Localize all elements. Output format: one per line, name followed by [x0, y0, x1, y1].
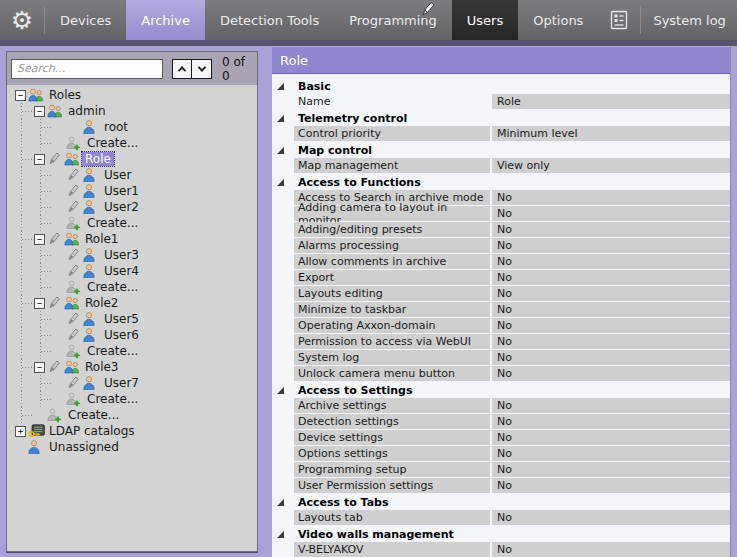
gutter	[272, 446, 294, 462]
property-value[interactable]: No	[492, 510, 730, 525]
tree-connector-line	[22, 303, 33, 304]
property-value[interactable]: No	[492, 542, 730, 557]
settings-gear-button[interactable]: ⚙	[0, 0, 44, 40]
collapse-triangle-icon[interactable]	[277, 147, 284, 154]
gutter	[272, 142, 294, 158]
tree-expander-slot: −	[34, 234, 47, 245]
tree-item-user7[interactable]: User7	[7, 375, 257, 391]
tree-collapse-icon[interactable]: −	[34, 234, 45, 245]
tab-archive[interactable]: Archive	[126, 0, 205, 40]
property-value[interactable]: Role	[492, 94, 730, 109]
property-value[interactable]: No	[492, 190, 730, 205]
collapse-triangle-icon[interactable]	[277, 179, 284, 186]
tree-collapse-icon[interactable]: −	[15, 90, 26, 101]
tree-item-unassigned[interactable]: Unassigned	[7, 439, 257, 455]
property-value[interactable]: No	[492, 238, 730, 253]
tree-item-create[interactable]: Create...	[7, 215, 257, 231]
tab-users[interactable]: Users	[452, 0, 518, 40]
property-value[interactable]: No	[492, 286, 730, 301]
tree-collapse-icon[interactable]: −	[34, 106, 45, 117]
ldap-icon	[28, 424, 46, 438]
tree-item-user4[interactable]: User4	[7, 263, 257, 279]
property-value[interactable]: No	[492, 318, 730, 333]
role-tree: −Roles−adminrootCreate...−RoleUserUser1U…	[7, 85, 257, 552]
section-header-access-to-tabs[interactable]: Access to Tabs	[272, 494, 730, 510]
property-value[interactable]: No	[492, 398, 730, 413]
tree-item-create[interactable]: Create...	[7, 343, 257, 359]
tab-options[interactable]: Options	[518, 0, 598, 40]
search-prev-button[interactable]	[172, 59, 192, 79]
tree-item-user[interactable]: User	[7, 167, 257, 183]
tree-guide-line	[21, 311, 22, 327]
tree-item-role2[interactable]: −Role2	[7, 295, 257, 311]
gutter	[272, 494, 294, 510]
tree-expand-icon[interactable]: +	[15, 426, 26, 437]
section-header-access-to-settings[interactable]: Access to Settings	[272, 382, 730, 398]
property-row-unlock-camera-menu-button: Unlock camera menu buttonNo	[272, 366, 730, 382]
tree-item-role3[interactable]: −Role3	[7, 359, 257, 375]
tree-item-role[interactable]: −Role	[7, 151, 257, 167]
property-value[interactable]: No	[492, 206, 730, 221]
tree-item-user6[interactable]: User6	[7, 327, 257, 343]
tab-detection-tools[interactable]: Detection Tools	[205, 0, 334, 40]
property-label: Device settings	[294, 430, 490, 445]
tree-item-roles[interactable]: −Roles	[7, 87, 257, 103]
collapse-triangle-icon[interactable]	[277, 499, 284, 506]
collapse-triangle-icon[interactable]	[277, 387, 284, 394]
collapse-triangle-icon[interactable]	[277, 83, 284, 90]
property-label: System log	[294, 350, 490, 365]
property-value[interactable]: No	[492, 446, 730, 461]
section-header-map-control[interactable]: Map control	[272, 142, 730, 158]
property-value[interactable]: No	[492, 334, 730, 349]
tree-item-user5[interactable]: User5	[7, 311, 257, 327]
property-value[interactable]: View only	[492, 158, 730, 173]
tree-item-create[interactable]: Create...	[7, 135, 257, 151]
tree-item-create[interactable]: Create...	[7, 391, 257, 407]
tree-item-create[interactable]: Create...	[7, 407, 257, 423]
tree-item-label: LDAP catalogs	[46, 424, 138, 438]
search-next-button[interactable]	[192, 59, 212, 79]
property-value[interactable]: No	[492, 254, 730, 269]
tree-item-user1[interactable]: User1	[7, 183, 257, 199]
tree-collapse-icon[interactable]: −	[34, 362, 45, 373]
tree-item-create[interactable]: Create...	[7, 279, 257, 295]
property-value[interactable]: No	[492, 302, 730, 317]
property-value[interactable]: No	[492, 462, 730, 477]
property-value[interactable]: No	[492, 430, 730, 445]
gutter	[272, 158, 294, 174]
gutter	[272, 222, 294, 238]
tab-devices[interactable]: Devices	[45, 0, 126, 40]
tree-item-ldap-catalogs[interactable]: +LDAP catalogs	[7, 423, 257, 439]
property-value[interactable]: No	[492, 270, 730, 285]
property-value[interactable]: No	[492, 478, 730, 493]
tree-item-label: User5	[101, 312, 142, 326]
system-log-block[interactable]: System log	[598, 0, 737, 40]
property-value[interactable]: No	[492, 366, 730, 381]
tree-collapse-icon[interactable]: −	[34, 154, 45, 165]
search-input[interactable]	[11, 59, 163, 79]
section-header-telemetry-control[interactable]: Telemetry control	[272, 110, 730, 126]
property-value[interactable]: No	[492, 350, 730, 365]
property-value[interactable]: Minimum level	[492, 126, 730, 141]
tree-connector-line	[41, 271, 52, 272]
group-icon	[64, 296, 82, 310]
collapse-triangle-icon[interactable]	[277, 115, 284, 122]
tree-connector-line	[41, 175, 52, 176]
tree-item-user2[interactable]: User2	[7, 199, 257, 215]
property-label: Options settings	[294, 446, 490, 461]
tree-connector-line	[41, 383, 52, 384]
property-row-layouts-tab: Layouts tabNo	[272, 510, 730, 526]
tree-item-admin[interactable]: −admin	[7, 103, 257, 119]
tree-item-role1[interactable]: −Role1	[7, 231, 257, 247]
section-header-video-walls-management[interactable]: Video walls management	[272, 526, 730, 542]
tree-item-user3[interactable]: User3	[7, 247, 257, 263]
property-value[interactable]: No	[492, 414, 730, 429]
tree-item-label: Create...	[84, 216, 141, 230]
tree-item-root[interactable]: root	[7, 119, 257, 135]
tree-collapse-icon[interactable]: −	[34, 298, 45, 309]
collapse-triangle-icon[interactable]	[277, 531, 284, 538]
section-header-basic[interactable]: Basic	[272, 78, 730, 94]
section-header-access-to-functions[interactable]: Access to Functions	[272, 174, 730, 190]
property-value[interactable]: No	[492, 222, 730, 237]
section-title: Access to Functions	[294, 174, 421, 190]
